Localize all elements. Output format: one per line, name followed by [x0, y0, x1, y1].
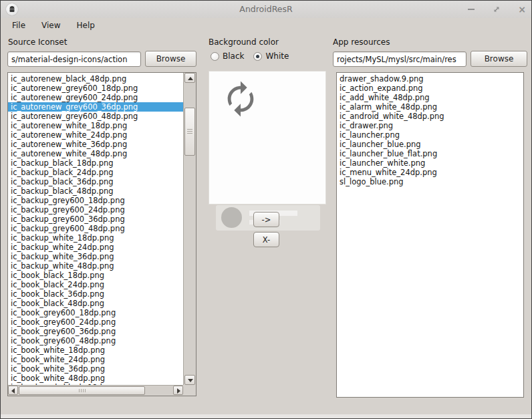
list-item[interactable]: drawer_shadow.9.png: [337, 74, 523, 84]
list-item[interactable]: ic_autorenew_white_24dp.png: [8, 130, 183, 140]
source-file-list: ic_autorenew_black_48dp.pngic_autorenew_…: [7, 72, 196, 396]
list-item[interactable]: ic_add_white_48dp.png: [337, 93, 523, 102]
resources-browse-button[interactable]: Browse: [471, 51, 527, 67]
list-item[interactable]: ic_backup_white_36dp.png: [8, 252, 183, 261]
list-item[interactable]: ic_backup_white_48dp.png: [8, 261, 183, 271]
list-item[interactable]: ic_backup_white_24dp.png: [8, 243, 183, 252]
title-bar: AndroidResR ×: [1, 1, 531, 18]
list-item[interactable]: ic_backup_grey600_24dp.png: [8, 205, 183, 215]
scroll-up-button[interactable]: [184, 73, 195, 83]
scrollbar-corner: [183, 385, 196, 396]
list-item[interactable]: ic_book_grey600_48dp.png: [8, 336, 183, 345]
menu-bar: File View Help: [1, 18, 531, 32]
close-button[interactable]: ×: [517, 4, 527, 15]
list-item[interactable]: ic_book_black_24dp.png: [8, 280, 183, 289]
maximize-button[interactable]: [491, 4, 502, 15]
list-item[interactable]: ic_backup_black_48dp.png: [8, 186, 183, 196]
source-path-input[interactable]: [7, 51, 141, 67]
menu-view[interactable]: View: [35, 19, 67, 31]
list-item[interactable]: ic_book_white_18dp.png: [8, 345, 183, 355]
menu-file[interactable]: File: [5, 19, 32, 31]
list-item[interactable]: ic_backup_grey600_18dp.png: [8, 196, 183, 205]
list-item[interactable]: ic_autorenew_white_48dp.png: [8, 149, 183, 158]
list-item[interactable]: ic_autorenew_grey600_36dp.png: [8, 102, 183, 112]
horizontal-scrollbar-thumb[interactable]: [19, 386, 145, 395]
vertical-scrollbar[interactable]: [183, 73, 196, 385]
radio-black-label: Black: [223, 51, 244, 61]
background-color-label: Background color: [209, 37, 279, 47]
list-item[interactable]: ic_backup_black_36dp.png: [8, 177, 183, 186]
list-item[interactable]: ic_book_white_24dp.png: [8, 355, 183, 364]
list-item[interactable]: ic_autorenew_white_36dp.png: [8, 140, 183, 149]
radio-white-label: White: [265, 51, 289, 61]
list-item[interactable]: ic_autorenew_grey600_24dp.png: [8, 93, 183, 102]
list-item[interactable]: ic_android_white_48dp.png: [337, 112, 523, 121]
list-item[interactable]: ic_book_grey600_18dp.png: [8, 308, 183, 317]
list-item[interactable]: ic_action_expand.png: [337, 84, 523, 93]
radio-white-circle[interactable]: [253, 52, 262, 61]
resources-file-list: drawer_shadow.9.pngic_action_expand.pngi…: [336, 72, 524, 398]
icon-preview-box: [209, 71, 326, 204]
list-item[interactable]: ic_launcher_blue.png: [337, 140, 523, 149]
maximize-icon: [493, 5, 501, 13]
scroll-left-button[interactable]: [8, 386, 18, 395]
horizontal-scrollbar[interactable]: [8, 385, 183, 396]
list-item[interactable]: ic_launcher_white.png: [337, 158, 523, 168]
list-item[interactable]: ic_launcher_blue_flat.png: [337, 149, 523, 158]
scroll-down-button[interactable]: [184, 375, 195, 385]
list-item[interactable]: ic_book_black_36dp.png: [8, 289, 183, 299]
window-title: AndroidResR: [1, 4, 531, 14]
remove-button[interactable]: X-: [253, 232, 279, 247]
list-item[interactable]: ic_book_grey600_24dp.png: [8, 317, 183, 327]
list-item[interactable]: ic_backup_grey600_36dp.png: [8, 215, 183, 224]
list-item[interactable]: ic_backup_black_24dp.png: [8, 168, 183, 177]
window-bottom-edge: [1, 414, 531, 418]
list-item[interactable]: ic_alarm_white_48dp.png: [337, 102, 523, 112]
list-item[interactable]: ic_backup_grey600_48dp.png: [8, 224, 183, 233]
list-item[interactable]: ic_backup_black_18dp.png: [8, 158, 183, 168]
list-item[interactable]: ic_book_grey600_36dp.png: [8, 327, 183, 336]
app-resources-label: App resources: [333, 37, 390, 47]
list-item[interactable]: ic_book_white_48dp.png: [8, 374, 183, 383]
list-item[interactable]: ic_launcher.png: [337, 130, 523, 140]
source-browse-button[interactable]: Browse: [145, 51, 196, 67]
list-item[interactable]: ic_autorenew_grey600_18dp.png: [8, 84, 183, 93]
radio-black-circle[interactable]: [211, 52, 219, 61]
radio-white[interactable]: White: [253, 51, 289, 61]
list-item[interactable]: ic_book_black_18dp.png: [8, 271, 183, 280]
list-item[interactable]: ic_book_black_48dp.png: [8, 299, 183, 308]
list-item[interactable]: ic_menu_white_24dp.png: [337, 168, 523, 177]
list-item[interactable]: ic_autorenew_black_48dp.png: [8, 74, 183, 84]
source-file-list-content: ic_autorenew_black_48dp.pngic_autorenew_…: [8, 73, 183, 385]
resources-file-list-content: drawer_shadow.9.pngic_action_expand.pngi…: [337, 73, 523, 397]
list-item[interactable]: ic_autorenew_grey600_48dp.png: [8, 112, 183, 121]
source-iconset-label: Source Iconset: [8, 37, 67, 47]
vertical-scrollbar-thumb[interactable]: [184, 108, 195, 156]
scroll-right-button[interactable]: [173, 386, 183, 395]
radio-black[interactable]: Black: [211, 51, 244, 61]
list-item[interactable]: ic_backup_white_18dp.png: [8, 233, 183, 243]
transfer-button[interactable]: ->: [253, 212, 279, 227]
app-window: AndroidResR × File View Help Source Icon…: [0, 0, 532, 419]
list-item[interactable]: ic_drawer.png: [337, 121, 523, 130]
minimize-button[interactable]: [466, 4, 477, 15]
list-item[interactable]: ic_autorenew_white_18dp.png: [8, 121, 183, 130]
autorenew-icon: [221, 80, 260, 118]
list-item[interactable]: sl_logo_blue.png: [337, 177, 523, 186]
list-item[interactable]: ic_book_white_36dp.png: [8, 364, 183, 374]
menu-help[interactable]: Help: [70, 19, 102, 31]
ghost-android-icon: [221, 207, 242, 228]
resources-path-input[interactable]: [333, 51, 467, 67]
